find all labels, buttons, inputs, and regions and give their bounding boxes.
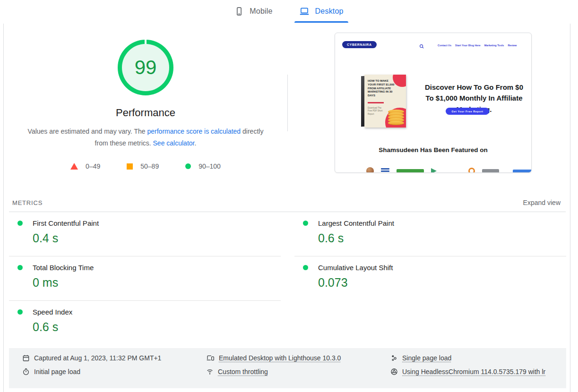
metric-label: Total Blocking Time — [33, 264, 94, 272]
site-nav-link: Review — [508, 44, 517, 47]
site-logo: CYBERNAIRA — [342, 41, 377, 48]
chromium-version-text: Using HeadlessChromium 114.0.5735.179 wi… — [402, 368, 545, 375]
run-info-footer: Captured at Aug 1, 2023, 11:32 PM GMT+1 … — [9, 348, 566, 388]
metrics-column-left: First Contentful Paint 0.4 s Total Block… — [9, 212, 281, 345]
pass-dot-icon — [17, 221, 23, 226]
orange-ring-logo — [468, 168, 475, 173]
chromium-version: Using HeadlessChromium 114.0.5735.179 wi… — [390, 368, 545, 375]
metric-cumulative-layout-shift: Cumulative Layout Shift 0.073 — [294, 256, 566, 301]
legend-pass-range: 90–100 — [198, 162, 221, 170]
disclaimer-text-3: . — [194, 139, 196, 147]
fail-triangle-icon — [70, 163, 78, 170]
pass-circle-icon — [185, 163, 191, 169]
expand-view-button[interactable]: Expand view — [523, 199, 561, 206]
metric-value: 0.6 s — [318, 231, 566, 245]
pass-dot-icon — [303, 265, 308, 270]
ebook-title: HOW TO MAKE YOUR FIRST $1,000 FROM AFFIL… — [368, 79, 397, 98]
legend-average: 50–89 — [127, 162, 159, 170]
emulated-device: Emulated Desktop with Lighthouse 10.3.0 — [206, 354, 341, 362]
chromium-icon — [390, 368, 398, 375]
disclaimer-text-1: Values are estimated and may vary. The — [28, 128, 147, 135]
desktop-icon — [299, 7, 310, 16]
metric-label: Cumulative Layout Shift — [318, 264, 393, 272]
bars-logo — [381, 168, 389, 173]
green-wordmark-logo — [397, 169, 424, 173]
page-load-icon — [390, 354, 398, 362]
metrics-column-right: Largest Contentful Paint 0.6 s Cumulativ… — [294, 212, 566, 301]
metric-value: 0 ms — [33, 276, 281, 290]
site-nav-link: Marketing Tools — [484, 44, 504, 47]
site-nav-link: Start Your Blog Here — [455, 44, 481, 47]
emulated-device-text: Emulated Desktop with Lighthouse 10.3.0 — [219, 354, 341, 362]
ebook-tagline-bar — [368, 102, 384, 103]
performance-score-value: 99 — [122, 44, 169, 91]
featured-heading: Shamsudeen Has Been Featured on — [335, 146, 531, 153]
summary-divider — [287, 75, 288, 131]
metric-first-contentful-paint: First Contentful Paint 0.4 s — [9, 212, 281, 256]
tab-mobile-label: Mobile — [250, 7, 272, 16]
free-report-button: Get Your Free Report — [446, 108, 489, 115]
avatar — [366, 167, 374, 173]
captured-at: Captured at Aug 1, 2023, 11:32 PM GMT+1 — [22, 354, 161, 362]
metric-largest-contentful-paint: Largest Contentful Paint 0.6 s — [294, 212, 566, 256]
pass-dot-icon — [303, 221, 308, 226]
legend-fail: 0–49 — [70, 162, 100, 170]
score-calc-link[interactable]: performance score is calculated — [147, 128, 241, 135]
ebook-cover: HOW TO MAKE YOUR FIRST $1,000 FROM AFFIL… — [364, 75, 406, 128]
device-tabbar: Mobile Desktop — [0, 0, 578, 23]
single-page-load: Single page load — [390, 354, 545, 362]
gray-wordmark-logo — [482, 169, 499, 173]
legend-fail-range: 0–49 — [86, 162, 100, 170]
arrow-logo — [431, 168, 437, 173]
ebook-download-text: Download The Free PDF Short Report — [368, 107, 384, 116]
see-calculator-link[interactable]: See calculator — [153, 139, 195, 147]
captured-at-text: Captured at Aug 1, 2023, 11:32 PM GMT+1 — [34, 354, 161, 362]
legend-average-range: 50–89 — [140, 162, 159, 170]
devices-icon — [206, 354, 215, 362]
throttling-icon — [206, 368, 214, 375]
custom-throttling-text: Custom throttling — [218, 368, 268, 375]
tab-desktop[interactable]: Desktop — [292, 0, 351, 23]
metric-label: Speed Index — [33, 308, 72, 316]
site-nav: Contact Us Start Your Blog Here Marketin… — [438, 44, 517, 47]
performance-summary: 99 Performance Values are estimated and … — [4, 24, 287, 170]
calendar-icon — [22, 354, 30, 362]
mobile-icon — [234, 7, 244, 16]
coins-illustration — [388, 111, 404, 125]
featured-logos-strip — [366, 167, 532, 173]
metric-label: First Contentful Paint — [33, 219, 99, 227]
ebook-front: HOW TO MAKE YOUR FIRST $1,000 FROM AFFIL… — [364, 75, 406, 128]
site-nav-link: Contact Us — [438, 44, 451, 47]
pass-dot-icon — [17, 265, 23, 270]
metric-value: 0.4 s — [33, 231, 281, 245]
metric-speed-index: Speed Index 0.6 s — [9, 301, 281, 345]
pagespeed-report: Mobile Desktop 99 Performance Values are… — [0, 0, 578, 392]
initial-page-load: Initial page load — [22, 368, 161, 375]
report-card: 99 Performance Values are estimated and … — [3, 24, 570, 392]
metric-value: 0.6 s — [33, 320, 281, 334]
search-icon — [419, 43, 424, 51]
score-disclaimer: Values are estimated and may vary. The p… — [27, 126, 264, 149]
initial-page-load-text: Initial page load — [34, 368, 80, 375]
legend-pass: 90–100 — [185, 162, 221, 170]
metric-value: 0.073 — [318, 276, 566, 290]
active-tab-underline — [294, 21, 348, 23]
metric-label: Largest Contentful Paint — [318, 219, 394, 227]
performance-score-gauge[interactable]: 99 — [118, 40, 173, 95]
metrics-heading: METRICS — [12, 199, 43, 206]
tab-mobile[interactable]: Mobile — [227, 0, 280, 23]
stopwatch-icon — [22, 368, 30, 375]
tab-desktop-label: Desktop — [315, 7, 344, 16]
blue-bar-logo — [513, 170, 532, 173]
average-square-icon — [127, 163, 133, 170]
performance-title: Performance — [116, 107, 175, 119]
single-page-load-text: Single page load — [402, 354, 451, 362]
custom-throttling: Custom throttling — [206, 368, 341, 375]
final-screenshot-thumbnail[interactable]: CYBERNAIRA Contact Us Start Your Blog He… — [335, 33, 532, 173]
score-legend: 0–49 50–89 90–100 — [70, 162, 221, 170]
pass-dot-icon — [17, 309, 23, 315]
metric-total-blocking-time: Total Blocking Time 0 ms — [9, 256, 281, 301]
